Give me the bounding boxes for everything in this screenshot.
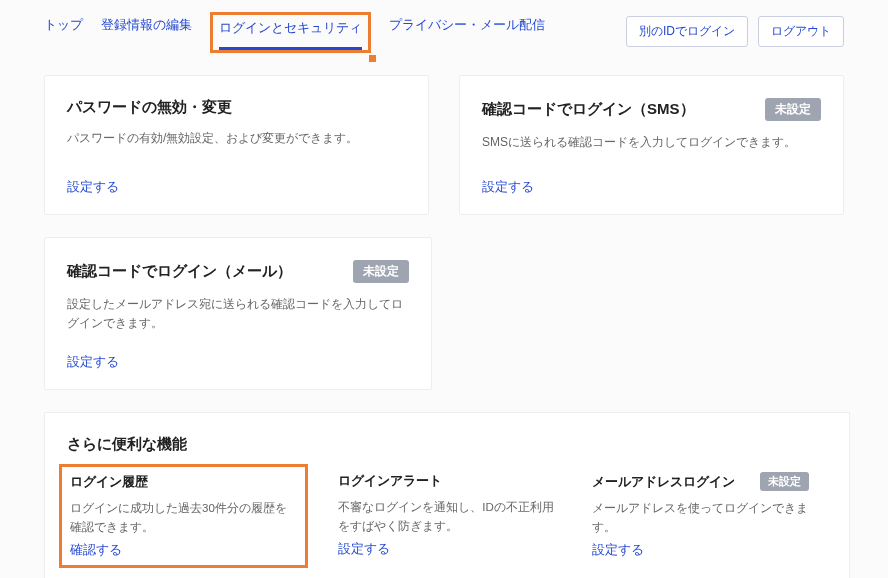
card-row-1: パスワードの無効・変更 パスワードの有効/無効設定、および変更ができます。 設定… xyxy=(44,75,844,215)
feature-login-history: ログイン履歴 ログインに成功した過去30件分の履歴を確認できます。 確認する xyxy=(67,472,320,562)
card-title: 確認コードでログイン（メール） xyxy=(67,262,292,281)
header-buttons: 別のIDでログイン ログアウト xyxy=(626,16,844,47)
tab-login-security[interactable]: ログインとセキュリティ xyxy=(219,19,362,50)
card-sms: 確認コードでログイン（SMS） 未設定 SMSに送られる確認コードを入力してログ… xyxy=(459,75,844,215)
card-password: パスワードの無効・変更 パスワードの有効/無効設定、および変更ができます。 設定… xyxy=(44,75,429,215)
card-title: パスワードの無効・変更 xyxy=(67,98,232,117)
feature-login-alert: ログインアラート 不審なログインを通知し、IDの不正利用をすばやく防ぎます。 設… xyxy=(320,472,573,562)
section-title: さらに便利な機能 xyxy=(67,435,827,454)
other-id-login-button[interactable]: 別のIDでログイン xyxy=(626,16,748,47)
feature-email-login: メールアドレスログイン 未設定 メールアドレスを使ってログインできます。 設定す… xyxy=(574,472,827,562)
tab-top[interactable]: トップ xyxy=(44,16,83,53)
feature-desc: 不審なログインを通知し、IDの不正利用をすばやく防ぎます。 xyxy=(338,498,555,535)
feature-title: ログイン履歴 xyxy=(70,473,148,491)
status-badge: 未設定 xyxy=(760,472,809,491)
feature-desc: ログインに成功した過去30件分の履歴を確認できます。 xyxy=(70,499,295,536)
card-desc: パスワードの有効/無効設定、および変更ができます。 xyxy=(67,129,406,158)
card-title: 確認コードでログイン（SMS） xyxy=(482,100,695,119)
tab-edit[interactable]: 登録情報の編集 xyxy=(101,16,192,53)
header: トップ 登録情報の編集 ログインとセキュリティ プライバシー・メール配信 別のI… xyxy=(0,0,888,53)
tabs: トップ 登録情報の編集 ログインとセキュリティ プライバシー・メール配信 xyxy=(44,16,545,53)
additional-features-section: さらに便利な機能 ログイン履歴 ログインに成功した過去30件分の履歴を確認できま… xyxy=(44,412,850,578)
feature-title: メールアドレスログイン xyxy=(592,473,735,491)
feature-link-email-login[interactable]: 設定する xyxy=(592,542,644,559)
feature-link-alert[interactable]: 設定する xyxy=(338,541,390,558)
card-link-mail[interactable]: 設定する xyxy=(67,353,409,371)
content: パスワードの無効・変更 パスワードの有効/無効設定、および変更ができます。 設定… xyxy=(0,53,888,578)
highlight-box-tab: ログインとセキュリティ xyxy=(210,12,371,53)
logout-button[interactable]: ログアウト xyxy=(758,16,844,47)
status-badge: 未設定 xyxy=(353,260,409,283)
card-mail: 確認コードでログイン（メール） 未設定 設定したメールアドレス宛に送られる確認コ… xyxy=(44,237,432,390)
feature-title: ログインアラート xyxy=(338,472,442,490)
card-link-password[interactable]: 設定する xyxy=(67,178,406,196)
status-badge: 未設定 xyxy=(765,98,821,121)
card-link-sms[interactable]: 設定する xyxy=(482,178,821,196)
feature-desc: メールアドレスを使ってログインできます。 xyxy=(592,499,809,536)
card-desc: 設定したメールアドレス宛に送られる確認コードを入力してログインできます。 xyxy=(67,295,409,333)
feature-row: ログイン履歴 ログインに成功した過去30件分の履歴を確認できます。 確認する ロ… xyxy=(67,472,827,562)
card-row-2: 確認コードでログイン（メール） 未設定 設定したメールアドレス宛に送られる確認コ… xyxy=(44,237,844,390)
feature-link-history[interactable]: 確認する xyxy=(70,542,122,559)
highlight-box-history: ログイン履歴 ログインに成功した過去30件分の履歴を確認できます。 確認する xyxy=(59,464,308,568)
tab-privacy[interactable]: プライバシー・メール配信 xyxy=(389,16,545,53)
card-desc: SMSに送られる確認コードを入力してログインできます。 xyxy=(482,133,821,158)
